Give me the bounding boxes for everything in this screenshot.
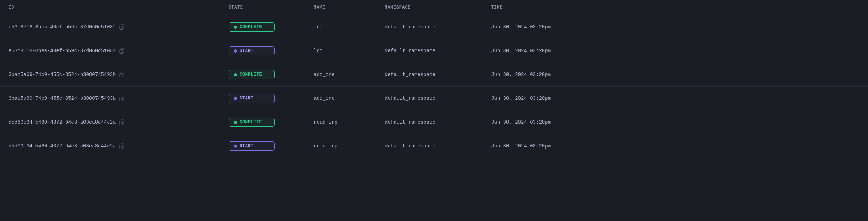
- id-cell: 3bac5a69-74c9-455c-8524-b3080745493b: [9, 96, 229, 101]
- time-cell: Jun 30, 2024 03:20pm: [491, 72, 580, 77]
- name-cell: add_one: [314, 72, 385, 77]
- state-dot: [234, 121, 237, 124]
- namespace-cell: default_namespace: [385, 72, 491, 77]
- svg-rect-9: [120, 121, 123, 125]
- svg-rect-10: [121, 144, 124, 147]
- id-cell: e53d8518-8bea-40ef-b59c-87d060d51032: [9, 24, 229, 30]
- header-time: TIME: [491, 5, 580, 10]
- state-cell: COMPLETE: [229, 70, 314, 79]
- copy-icon[interactable]: [119, 143, 125, 149]
- namespace-cell: default_namespace: [385, 96, 491, 101]
- copy-icon[interactable]: [119, 24, 125, 30]
- id-cell: 3bac5a69-74c9-455c-8524-b3080745493b: [9, 72, 229, 77]
- id-value: 3bac5a69-74c9-455c-8524-b3080745493b: [9, 72, 116, 77]
- svg-rect-1: [120, 26, 123, 30]
- id-cell: d5d60b34-5480-4872-94e8-a03ea8d44e2a: [9, 119, 229, 125]
- table-body: e53d8518-8bea-40ef-b59c-87d060d51032 COM…: [0, 15, 868, 158]
- header-state: STATE: [229, 5, 314, 10]
- state-badge: COMPLETE: [229, 22, 275, 32]
- name-cell: add_one: [314, 96, 385, 101]
- namespace-cell: default_namespace: [385, 119, 491, 125]
- time-cell: Jun 30, 2024 03:20pm: [491, 48, 580, 54]
- id-cell: d5d60b34-5480-4872-94e8-a03ea8d44e2a: [9, 143, 229, 149]
- svg-rect-2: [121, 48, 124, 52]
- state-cell: START: [229, 141, 314, 151]
- namespace-cell: default_namespace: [385, 143, 491, 149]
- name-cell: read_inp: [314, 119, 385, 125]
- data-table: ID STATE NAME NAMESPACE TIME e53d8518-8b…: [0, 0, 868, 158]
- svg-rect-3: [120, 50, 123, 54]
- svg-rect-4: [121, 72, 124, 76]
- state-dot: [234, 73, 237, 76]
- state-badge: COMPLETE: [229, 118, 275, 127]
- table-row[interactable]: e53d8518-8bea-40ef-b59c-87d060d51032 COM…: [0, 15, 868, 39]
- state-label: COMPLETE: [240, 72, 262, 77]
- state-label: COMPLETE: [240, 120, 262, 125]
- state-badge: START: [229, 94, 275, 103]
- header-name: NAME: [314, 5, 385, 10]
- svg-rect-8: [121, 120, 124, 124]
- state-dot: [234, 145, 237, 148]
- copy-icon[interactable]: [119, 119, 125, 125]
- state-dot: [234, 49, 237, 53]
- table-row[interactable]: d5d60b34-5480-4872-94e8-a03ea8d44e2a COM…: [0, 110, 868, 134]
- table-row[interactable]: 3bac5a69-74c9-455c-8524-b3080745493b STA…: [0, 87, 868, 110]
- copy-icon[interactable]: [119, 48, 125, 54]
- time-cell: Jun 30, 2024 03:20pm: [491, 24, 580, 30]
- header-id: ID: [9, 5, 229, 10]
- id-value: d5d60b34-5480-4872-94e8-a03ea8d44e2a: [9, 143, 116, 149]
- table-header: ID STATE NAME NAMESPACE TIME: [0, 0, 868, 15]
- table-row[interactable]: d5d60b34-5480-4872-94e8-a03ea8d44e2a STA…: [0, 134, 868, 158]
- state-cell: COMPLETE: [229, 118, 314, 127]
- state-label: START: [240, 144, 254, 149]
- state-cell: START: [229, 46, 314, 55]
- table-row[interactable]: e53d8518-8bea-40ef-b59c-87d060d51032 STA…: [0, 39, 868, 63]
- svg-rect-6: [121, 96, 124, 100]
- svg-rect-7: [120, 97, 123, 101]
- copy-icon[interactable]: [119, 96, 125, 101]
- state-label: START: [240, 96, 254, 101]
- id-value: d5d60b34-5480-4872-94e8-a03ea8d44e2a: [9, 119, 116, 125]
- state-badge: COMPLETE: [229, 70, 275, 79]
- copy-icon[interactable]: [119, 72, 125, 77]
- state-dot: [234, 26, 237, 29]
- name-cell: log: [314, 48, 385, 54]
- id-value: e53d8518-8bea-40ef-b59c-87d060d51032: [9, 48, 116, 54]
- state-dot: [234, 97, 237, 100]
- state-label: START: [240, 48, 254, 53]
- state-cell: COMPLETE: [229, 22, 314, 32]
- name-cell: log: [314, 24, 385, 30]
- svg-rect-5: [120, 74, 123, 77]
- namespace-cell: default_namespace: [385, 24, 491, 30]
- state-badge: START: [229, 141, 275, 151]
- state-label: COMPLETE: [240, 25, 262, 29]
- time-cell: Jun 30, 2024 03:20pm: [491, 96, 580, 101]
- state-badge: START: [229, 46, 275, 55]
- time-cell: Jun 30, 2024 03:20pm: [491, 119, 580, 125]
- id-cell: e53d8518-8bea-40ef-b59c-87d060d51032: [9, 48, 229, 54]
- id-value: e53d8518-8bea-40ef-b59c-87d060d51032: [9, 24, 116, 30]
- table-row[interactable]: 3bac5a69-74c9-455c-8524-b3080745493b COM…: [0, 63, 868, 87]
- svg-rect-0: [121, 25, 124, 28]
- name-cell: read_inp: [314, 143, 385, 149]
- namespace-cell: default_namespace: [385, 48, 491, 54]
- svg-rect-11: [120, 145, 123, 149]
- state-cell: START: [229, 94, 314, 103]
- time-cell: Jun 30, 2024 03:20pm: [491, 143, 580, 149]
- header-namespace: NAMESPACE: [385, 5, 491, 10]
- id-value: 3bac5a69-74c9-455c-8524-b3080745493b: [9, 96, 116, 101]
